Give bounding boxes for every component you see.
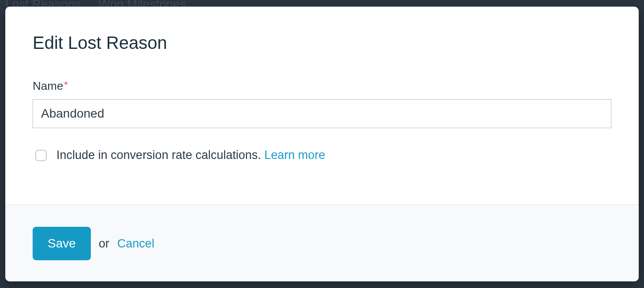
edit-lost-reason-modal: Edit Lost Reason Name* Include in conver…: [5, 7, 639, 281]
learn-more-link[interactable]: Learn more: [264, 148, 325, 162]
modal-title: Edit Lost Reason: [33, 33, 611, 53]
save-button[interactable]: Save: [33, 227, 91, 260]
modal-body: Edit Lost Reason Name* Include in conver…: [5, 7, 639, 204]
name-input[interactable]: [33, 99, 611, 128]
include-conversion-label: Include in conversion rate calculations.…: [56, 149, 325, 161]
checkbox-text: Include in conversion rate calculations.: [56, 148, 261, 162]
or-text: or: [99, 237, 109, 251]
include-conversion-row: Include in conversion rate calculations.…: [33, 149, 611, 161]
required-asterisk: *: [64, 79, 68, 90]
name-field-label-row: Name*: [33, 79, 611, 93]
cancel-link[interactable]: Cancel: [117, 237, 154, 251]
modal-backdrop: Lost Reasons Won Milestones Edit Lost Re…: [0, 0, 644, 288]
modal-footer: Save or Cancel: [5, 204, 639, 281]
include-conversion-checkbox[interactable]: [35, 150, 47, 161]
name-label: Name: [33, 79, 63, 92]
